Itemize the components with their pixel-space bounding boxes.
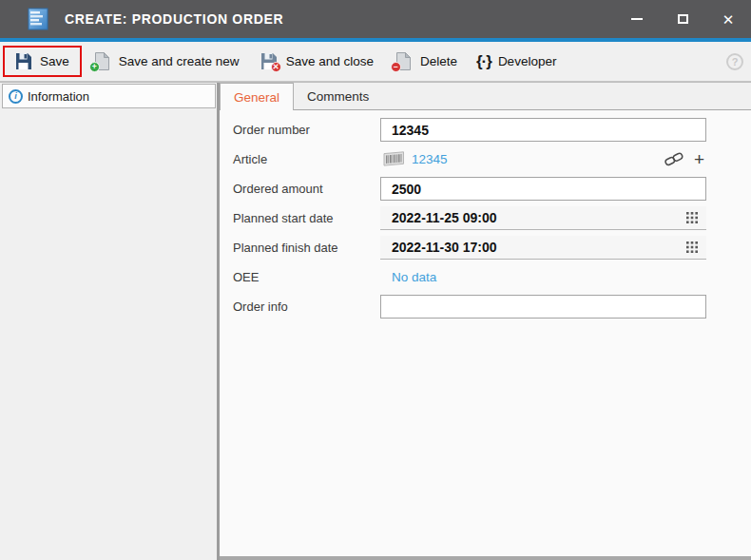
sidebar: i Information [0,83,217,560]
production-order-window: CREATE: PRODUCTION ORDER ✕ [0,0,751,560]
general-tab-panel: Order number Article [220,110,751,560]
save-icon [12,51,33,71]
planned-start-date-label: Planned start date [233,211,380,225]
close-badge-icon: ✕ [271,62,281,72]
planned-finish-date-picker-button[interactable] [684,241,700,253]
content-area: General Comments Order number Article [220,83,751,560]
delete-icon: − [393,51,414,71]
developer-label: Developer [498,54,557,68]
planned-start-date-row: Planned start date 2022-11-25 09:00 [233,206,706,230]
tab-general[interactable]: General [220,83,294,110]
ordered-amount-row: Ordered amount [233,177,706,201]
order-info-row: Order info [233,295,706,319]
remove-badge-icon: − [391,62,401,72]
title-bar: CREATE: PRODUCTION ORDER ✕ [0,0,751,38]
save-and-create-new-icon: + [91,51,112,71]
planned-start-date-value: 2022-11-25 09:00 [392,210,497,225]
tab-bar: General Comments [220,83,751,110]
main-area: i Information General Comments Order num… [0,82,751,560]
help-button[interactable]: ? [726,53,743,70]
delete-label: Delete [420,54,457,68]
planned-finish-date-field[interactable]: 2022-11-30 17:00 [380,236,706,260]
article-label: Article [233,152,380,166]
calendar-grid-icon [686,212,698,223]
ordered-amount-label: Ordered amount [233,182,380,196]
article-link[interactable]: 12345 [412,152,448,166]
window-title: CREATE: PRODUCTION ORDER [65,11,283,27]
order-number-input[interactable] [380,118,706,142]
info-icon: i [9,89,23,104]
save-label: Save [40,54,69,68]
close-icon: ✕ [722,12,735,27]
oee-row: OEE No data [233,265,706,289]
information-label: Information [28,89,89,104]
order-info-label: Order info [233,299,380,314]
minimize-icon [631,18,643,20]
add-article-button[interactable]: + [692,150,706,168]
information-panel-header[interactable]: i Information [2,84,216,108]
app-icon [27,8,49,30]
planned-start-date-field[interactable]: 2022-11-25 09:00 [380,206,706,230]
link-article-button[interactable] [663,152,685,166]
save-and-close-label: Save and close [286,54,374,68]
planned-finish-date-value: 2022-11-30 17:00 [392,240,497,255]
maximize-button[interactable] [668,5,697,33]
oee-value: No data [380,270,436,284]
article-row: Article [233,147,706,171]
minimize-button[interactable] [623,5,651,33]
ordered-amount-input[interactable] [380,177,706,201]
planned-finish-date-label: Planned finish date [233,241,380,255]
planned-finish-date-row: Planned finish date 2022-11-30 17:00 [233,236,706,260]
add-badge-icon: + [89,62,100,72]
tab-general-label: General [234,90,279,105]
tab-comments[interactable]: Comments [294,83,382,109]
order-number-label: Order number [233,123,380,137]
tab-comments-label: Comments [307,89,369,104]
help-icon: ? [732,56,739,68]
barcode-icon [383,151,405,167]
oee-label: OEE [233,270,380,284]
close-button[interactable]: ✕ [714,5,742,33]
calendar-grid-icon [686,241,698,253]
order-info-input[interactable] [380,295,706,319]
save-and-create-new-label: Save and create new [119,54,240,68]
save-and-create-new-button[interactable]: + Save and create new [82,48,249,75]
chain-link-icon [664,152,684,166]
plus-icon: + [694,150,704,168]
developer-icon: {·} [476,52,491,71]
delete-button[interactable]: − Delete [383,48,467,75]
save-and-close-icon: ✕ [259,51,279,71]
order-number-row: Order number [233,118,706,142]
developer-button[interactable]: {·} Developer [467,48,566,75]
toolbar: Save + Save and create new ✕ [0,42,751,82]
window-controls: ✕ [623,5,751,33]
planned-start-date-picker-button[interactable] [684,212,700,223]
save-and-close-button[interactable]: ✕ Save and close [249,48,383,75]
save-button[interactable]: Save [3,46,82,77]
maximize-icon [678,14,688,24]
